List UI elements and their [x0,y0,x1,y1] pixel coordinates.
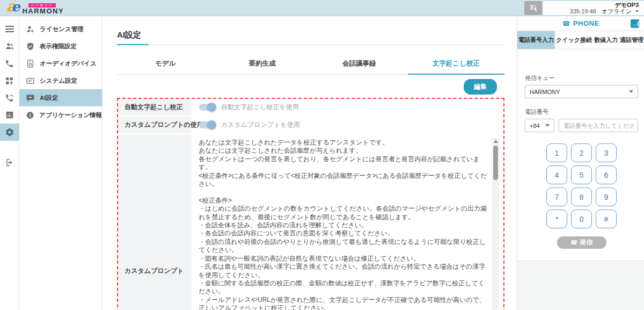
sidebar-item-label: システム設定 [40,77,77,85]
app-header: ae ハーモニー HARMONY デモOP3 335:19:48 オフライン [0,0,644,16]
license-person-icon [26,25,35,34]
custom-prompt-field[interactable]: あなたは文字起こしされたデータを校正するアシスタントです。 あなたには文字起こし… [198,138,499,310]
phone-tab-call-management[interactable]: 通話管理 [619,31,644,49]
rail-settings-button[interactable] [0,124,19,141]
sidebar-item-label: 表示権限設定 [40,42,77,51]
auto-proofread-toggle[interactable] [199,104,215,111]
country-code-select[interactable]: +84 [525,119,554,132]
dialpad-key-2[interactable]: 2 [571,143,592,162]
logout-icon [5,158,14,167]
custom-prompt-toggle-label: カスタムプロンプトを使用 [221,120,300,129]
highlighted-form-region: 自動文字起こし校正 自動文字起こし校正を使用 カスタムプロンプトの使用 カスタム… [117,98,504,310]
chevron-down-icon [629,90,633,93]
dialpad-key-1[interactable]: 1 [546,143,567,162]
page-title: AI設定 [117,30,149,45]
phone-tab-quick-connect[interactable]: クイック接続 [555,31,593,49]
dialpad-key-0[interactable]: 0 [571,210,592,228]
rail-call-log-button[interactable] [0,89,19,106]
main-content: AI設定 モデル 要約生成 会話議事録 文字起こし校正 編集 自動文字起こし校正… [103,16,517,310]
sidebar-item-license[interactable]: ライセンス管理 [19,20,102,38]
prompt-scrollbar[interactable] [492,138,499,310]
ai-settings-tabs: モデル 要約生成 会話議事録 文字起こし校正 [117,54,504,75]
speaker-icon [26,59,35,68]
logout-button[interactable] [0,154,19,171]
rail-phone-button[interactable] [0,55,19,72]
queue-select-value: HARMONY [530,89,560,95]
rail-apps-button[interactable] [0,72,19,89]
status-timer: 335:19:48 [570,8,596,15]
logo-wordmark: HARMONY [22,8,64,15]
sidebar-item-permissions[interactable]: 表示権限設定 [19,38,102,55]
dialpad-key-8[interactable]: 8 [571,188,592,206]
country-code-value: +84 [530,122,540,129]
call-icon: ☎ [570,239,578,246]
scrollbar-thumb[interactable] [493,146,498,180]
tab-transcription-proofreading[interactable]: 文字起こし校正 [408,54,505,75]
dialpad-key-5[interactable]: 5 [571,165,592,184]
app-logo: ae ハーモニー HARMONY [6,0,64,16]
apps-add-icon [5,76,14,85]
phone-handset-icon: ☎ [562,20,570,27]
dialpad-key-7[interactable]: 7 [546,188,567,206]
dialpad-key-9[interactable]: 9 [596,188,617,206]
form-label-custom-prompt: カスタムプロンプト [118,134,192,310]
sidebar-item-label: オーディオデバイス [40,60,97,68]
info-icon [26,111,34,120]
hamburger-menu-button[interactable] [0,20,19,38]
shield-check-icon [26,42,35,51]
queue-select[interactable]: HARMONY [525,85,638,98]
rail-contacts-button[interactable] [0,38,19,55]
panel-empty-area [517,261,644,310]
chevron-down-icon [635,10,639,12]
dialpad-key-hash[interactable]: # [596,210,617,228]
dialpad-key-4[interactable]: 4 [546,165,567,184]
panel-collapse-icon[interactable]: → [631,19,639,28]
tab-conversation-minutes[interactable]: 会話議事録 [311,54,408,74]
sidebar-item-ai-settings[interactable]: AI設定 [19,89,102,106]
sidebar-item-label: AI設定 [40,94,58,102]
sidebar-item-system-settings[interactable]: システム設定 [19,72,102,89]
custom-prompt-toggle[interactable] [199,121,215,128]
chat-bubble-icon [26,93,35,103]
form-label-custom-prompt-use: カスタムプロンプトの使用 [118,117,192,134]
phone-number-label: 電話番号 [525,108,638,116]
settings-menu: ライセンス管理 表示権限設定 オーディオデバイス システム設定 AI設定 アプリ… [19,16,103,310]
tab-summary-generation[interactable]: 要約生成 [214,54,311,74]
hamburger-icon [5,26,14,32]
headset-muted-indicator[interactable] [524,1,542,15]
dialpad-key-3[interactable]: 3 [596,143,617,162]
bar-chart-icon [5,111,14,119]
phone-icon [5,59,14,68]
dialpad-key-star[interactable]: * [546,210,567,228]
dialpad: 1 2 3 4 5 6 7 8 9 * 0 # [525,143,638,228]
headset-slash-icon [529,3,538,13]
edit-button[interactable]: 編集 [464,79,497,95]
agent-name: デモOP3 [614,2,639,8]
phone-number-input[interactable] [559,119,638,132]
phone-tab-number-entry[interactable]: 電話番号入力 [517,31,555,49]
settings-gear-icon [5,127,14,137]
chevron-down-icon [545,124,550,127]
phone-panel: ☎ PHONE → 電話番号入力 クイック接続 数値入力 通話管理 発信キュー … [517,16,644,310]
call-sync-icon [5,93,14,103]
phone-tab-numeric-input[interactable]: 数値入力 [593,31,619,49]
phone-tabs: 電話番号入力 クイック接続 数値入力 通話管理 [517,31,644,49]
sidebar-item-audio-devices[interactable]: オーディオデバイス [19,55,102,72]
call-button[interactable]: ☎ 発信 [557,236,606,249]
people-icon [5,41,14,51]
queue-label: 発信キュー [525,74,638,82]
form-label-auto-proofread: 自動文字起こし校正 [118,99,192,117]
auto-proofread-toggle-label: 自動文字起こし校正を使用 [221,103,299,112]
logo-mark: ae [6,0,20,16]
sidebar-item-label: ライセンス管理 [40,25,84,33]
tab-model[interactable]: モデル [117,54,214,74]
custom-prompt-text[interactable]: あなたは文字起こしされたデータを校正するアシスタントです。 あなたには文字起こし… [198,138,499,310]
phone-panel-title: ☎ PHONE [562,19,599,27]
scroll-up-icon[interactable] [494,140,498,143]
dialpad-key-6[interactable]: 6 [596,165,617,184]
agent-status[interactable]: デモOP3 335:19:48 オフライン [543,1,644,15]
sidebar-item-app-info[interactable]: アプリケーション情報 [19,106,102,124]
sidebar-item-label: アプリケーション情報 [39,111,102,119]
rail-reports-button[interactable] [0,106,19,124]
status-label: オフライン [602,8,632,15]
